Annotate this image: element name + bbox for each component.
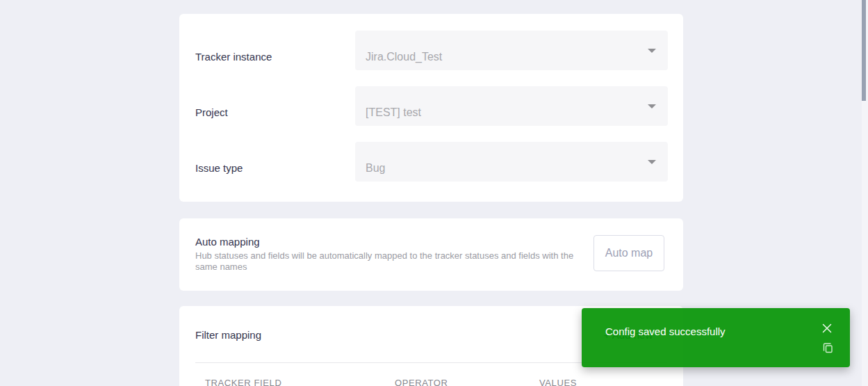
tracker-instance-value: Jira.Cloud_Test <box>355 31 668 63</box>
auto-mapping-description: Hub statuses and fields will be automati… <box>195 250 578 273</box>
close-icon[interactable] <box>821 322 833 335</box>
project-select[interactable]: [TEST] test <box>355 86 668 126</box>
issue-type-select[interactable]: Bug <box>355 142 668 182</box>
column-header-operator: OPERATOR <box>395 378 448 386</box>
auto-mapping-card: Auto mapping Hub statuses and fields wil… <box>179 218 683 291</box>
toast-message: Config saved successfully <box>605 325 726 337</box>
issue-type-value: Bug <box>355 142 668 175</box>
form-row-issue-type: Issue type Bug <box>195 142 668 182</box>
form-row-tracker-instance: Tracker instance Jira.Cloud_Test <box>195 31 668 70</box>
auto-mapping-title: Auto mapping <box>195 236 260 248</box>
chevron-down-icon <box>648 160 656 164</box>
chevron-down-icon <box>648 104 656 108</box>
project-value: [TEST] test <box>355 86 668 119</box>
filter-mapping-title: Filter mapping <box>195 329 261 341</box>
scrollbar-thumb[interactable] <box>862 0 866 101</box>
tracker-instance-label: Tracker instance <box>195 31 355 70</box>
column-header-tracker-field: TRACKER FIELD <box>205 378 281 386</box>
chevron-down-icon <box>648 49 656 53</box>
column-header-values: VALUES <box>539 378 577 386</box>
copy-icon[interactable] <box>821 341 834 354</box>
tracker-selection-card: Tracker instance Jira.Cloud_Test Project… <box>179 14 683 202</box>
issue-type-label: Issue type <box>195 142 355 182</box>
settings-page: Tracker instance Jira.Cloud_Test Project… <box>0 0 868 386</box>
auto-map-button[interactable]: Auto map <box>593 235 664 271</box>
form-row-project: Project [TEST] test <box>195 86 668 126</box>
tracker-instance-select[interactable]: Jira.Cloud_Test <box>355 31 668 70</box>
success-toast: Config saved successfully <box>582 308 850 367</box>
project-label: Project <box>195 86 355 126</box>
